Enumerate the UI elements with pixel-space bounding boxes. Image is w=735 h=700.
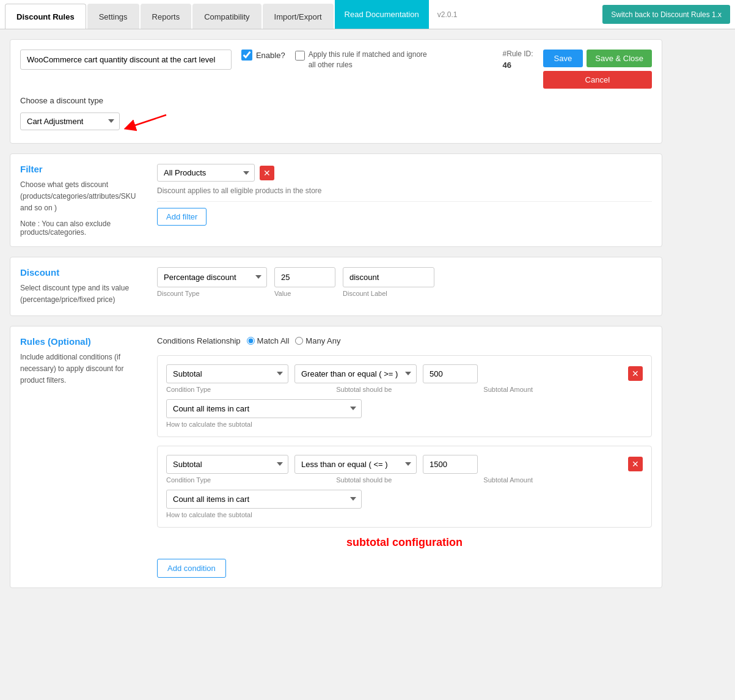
match-all-label: Match All <box>257 336 290 345</box>
rule-name-input[interactable] <box>20 50 232 70</box>
red-arrow-icon <box>123 109 172 133</box>
filter-remove-button[interactable]: ✕ <box>260 166 274 180</box>
condition-sub-row-2: Count all items in cart Count items in c… <box>166 490 643 518</box>
rules-right: Conditions Relationship Match All Many A… <box>157 336 652 578</box>
discount-row: Percentage discount Fixed discount Fixed… <box>157 267 652 297</box>
discount-card: Discount Select discount type and its va… <box>10 257 662 316</box>
many-any-option[interactable]: Many Any <box>295 336 340 345</box>
conditions-relationship: Conditions Relationship Match All Many A… <box>157 336 652 345</box>
match-all-radio[interactable] <box>247 337 255 345</box>
discount-type-field-label: Discount Type <box>157 290 267 297</box>
rules-layout: Rules (Optional) Include additional cond… <box>20 336 652 578</box>
discount-type-field: Percentage discount Fixed discount Fixed… <box>157 267 267 297</box>
rule-id-area: #Rule ID: 46 <box>503 50 533 70</box>
condition-calc-label-1: How to calculate the subtotal <box>166 421 643 428</box>
subtotal-should-be-label-2: Subtotal should be <box>336 476 392 484</box>
condition-block-2: Subtotal Cart Item Count User Role Great… <box>157 446 652 528</box>
condition-op-sel-1[interactable]: Greater than or equal ( >= ) Less than o… <box>294 364 417 383</box>
filter-right: All Products Specific Products Product C… <box>157 164 652 237</box>
action-buttons: Save Save & Close Cancel <box>543 50 652 89</box>
add-condition-button[interactable]: Add condition <box>157 559 226 578</box>
rules-desc-text: Include additional conditions (if necess… <box>20 352 130 387</box>
discount-value-label: Value <box>274 290 335 297</box>
discount-label-field-label: Discount Label <box>343 290 434 297</box>
discount-type-sel[interactable]: Percentage discount Fixed discount Fixed… <box>157 267 267 287</box>
discount-label-field: Discount Label <box>343 267 434 297</box>
enable-checkbox[interactable] <box>241 50 252 61</box>
rule-id-value: 46 <box>503 61 511 70</box>
subtotal-amount-label-2: Subtotal Amount <box>483 476 533 484</box>
condition-remove-icon-2: ✕ <box>632 459 639 469</box>
conditions-relationship-label: Conditions Relationship <box>157 336 241 345</box>
condition-type-label-1: Condition Type <box>166 386 211 393</box>
condition-row-1: Subtotal Cart Item Count User Role Great… <box>166 364 643 383</box>
enable-label: Enable? <box>256 51 285 60</box>
match-all-option[interactable]: Match All <box>247 336 290 345</box>
discount-type-select[interactable]: Cart Adjustment Percentage Discount Fixe… <box>20 112 120 130</box>
condition-labels-2: Condition Type Subtotal should be Subtot… <box>166 476 643 484</box>
switch-back-button[interactable]: Switch back to Discount Rules 1.x <box>602 5 730 24</box>
rule-header-card: Enable? Apply this rule if matched and i… <box>10 39 662 144</box>
rules-card: Rules (Optional) Include additional cond… <box>10 326 662 588</box>
subtotal-config-text: subtotal configuration <box>157 536 652 549</box>
discount-left: Discount Select discount type and its va… <box>20 267 142 306</box>
condition-type-label-2: Condition Type <box>166 476 211 484</box>
version-label: v2.0.1 <box>430 0 465 29</box>
condition-remove-button-1[interactable]: ✕ <box>628 366 643 381</box>
main-content: Enable? Apply this rule if matched and i… <box>0 29 672 608</box>
filter-desc-text: Choose what gets discount (products/cate… <box>20 179 130 215</box>
tab-read-documentation[interactable]: Read Documentation <box>335 0 429 29</box>
tab-discount-rules[interactable]: Discount Rules <box>5 4 86 29</box>
condition-calc-sel-2[interactable]: Count all items in cart Count items in c… <box>166 490 362 509</box>
condition-type-sel-1[interactable]: Subtotal Cart Item Count User Role <box>166 364 288 383</box>
subtotal-amount-label-1: Subtotal Amount <box>483 386 533 393</box>
condition-remove-icon-1: ✕ <box>632 369 639 378</box>
discount-title: Discount <box>20 267 142 278</box>
cancel-button[interactable]: Cancel <box>543 71 652 89</box>
filter-type-select[interactable]: All Products Specific Products Product C… <box>157 164 255 182</box>
filter-remove-icon: ✕ <box>263 168 271 178</box>
condition-labels-1: Condition Type Subtotal should be Subtot… <box>166 386 643 393</box>
rules-title: Rules (Optional) <box>20 336 142 347</box>
discount-type-section: Choose a discount type Cart Adjustment P… <box>20 96 652 133</box>
filter-note: Note : You can also exclude products/cat… <box>20 219 130 237</box>
navigation-bar: Discount Rules Settings Reports Compatib… <box>0 0 735 29</box>
svg-line-0 <box>130 115 166 127</box>
apply-rule-checkbox[interactable] <box>295 51 305 61</box>
tab-compatibility[interactable]: Compatibility <box>192 4 261 29</box>
condition-block-1: Subtotal Cart Item Count User Role Great… <box>157 355 652 437</box>
condition-amount-input-1[interactable] <box>423 364 478 383</box>
filter-left: Filter Choose what gets discount (produc… <box>20 164 142 237</box>
filter-row: All Products Specific Products Product C… <box>157 164 652 182</box>
many-any-radio[interactable] <box>295 337 303 345</box>
condition-row-2: Subtotal Cart Item Count User Role Great… <box>166 455 643 474</box>
condition-op-sel-2[interactable]: Greater than or equal ( >= ) Less than o… <box>294 455 417 474</box>
discount-label-input[interactable] <box>343 267 434 287</box>
arrow-container: Cart Adjustment Percentage Discount Fixe… <box>20 109 652 133</box>
enable-area: Enable? <box>241 50 285 61</box>
condition-remove-button-2[interactable]: ✕ <box>628 457 643 471</box>
condition-calc-sel-1[interactable]: Count all items in cart Count items in c… <box>166 399 362 418</box>
tab-reports[interactable]: Reports <box>141 4 192 29</box>
discount-value-input[interactable] <box>274 267 335 287</box>
filter-card: Filter Choose what gets discount (produc… <box>10 153 662 247</box>
subtotal-should-be-label-1: Subtotal should be <box>336 386 392 393</box>
save-close-button[interactable]: Save & Close <box>587 50 652 67</box>
discount-right: Percentage discount Fixed discount Fixed… <box>157 267 652 306</box>
filter-applies-desc: Discount applies to all eligible product… <box>157 186 652 195</box>
condition-calc-label-2: How to calculate the subtotal <box>166 511 643 518</box>
rule-id-label: #Rule ID: <box>503 50 533 58</box>
tab-import-export[interactable]: Import/Export <box>263 4 334 29</box>
filter-layout: Filter Choose what gets discount (produc… <box>20 164 652 237</box>
condition-type-sel-2[interactable]: Subtotal Cart Item Count User Role <box>166 455 288 474</box>
tab-settings[interactable]: Settings <box>87 4 139 29</box>
discount-value-field: Value <box>274 267 335 297</box>
rules-left: Rules (Optional) Include additional cond… <box>20 336 142 578</box>
add-filter-button[interactable]: Add filter <box>157 208 207 226</box>
save-button[interactable]: Save <box>543 50 583 67</box>
condition-sub-row-1: Count all items in cart Count items in c… <box>166 399 643 428</box>
discount-layout: Discount Select discount type and its va… <box>20 267 652 306</box>
condition-amount-input-2[interactable] <box>423 455 478 474</box>
apply-rule-area: Apply this rule if matched and ignore al… <box>295 50 493 70</box>
filter-title: Filter <box>20 164 142 174</box>
